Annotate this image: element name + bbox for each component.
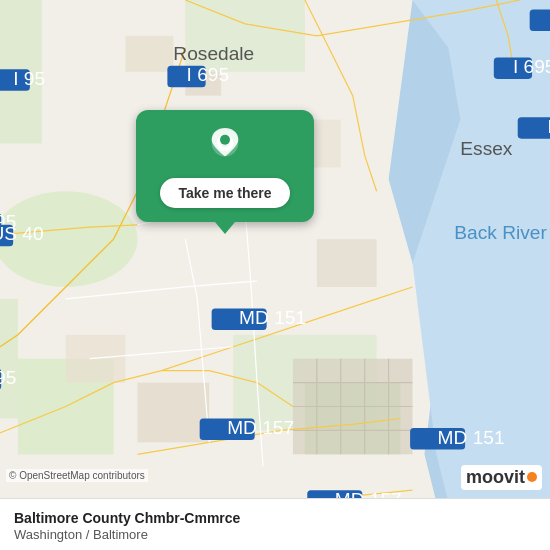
location-pin-icon bbox=[205, 128, 245, 168]
moovit-logo: moovit bbox=[461, 465, 542, 490]
svg-rect-8 bbox=[126, 36, 174, 72]
moovit-dot-icon bbox=[527, 472, 537, 482]
svg-text:MD 157: MD 157 bbox=[227, 417, 294, 438]
popup-pointer bbox=[215, 222, 235, 234]
popup-box: Take me there bbox=[136, 110, 313, 222]
map-attribution: © OpenStreetMap contributors bbox=[6, 469, 148, 482]
svg-rect-13 bbox=[317, 239, 377, 287]
place-sub: Washington / Baltimore bbox=[14, 527, 536, 542]
svg-text:MD 151: MD 151 bbox=[438, 427, 505, 448]
svg-point-52 bbox=[220, 135, 230, 145]
svg-text:Rosedale: Rosedale bbox=[173, 43, 254, 64]
svg-rect-32 bbox=[530, 10, 550, 32]
svg-text:I 95: I 95 bbox=[13, 68, 45, 89]
svg-rect-4 bbox=[0, 299, 18, 419]
svg-text:MD 151: MD 151 bbox=[239, 307, 306, 328]
svg-text:Back River: Back River bbox=[454, 222, 547, 243]
take-me-there-button[interactable]: Take me there bbox=[160, 178, 289, 208]
svg-text:Essex: Essex bbox=[460, 138, 513, 159]
svg-text:US 40: US 40 bbox=[0, 223, 44, 244]
map-popup: Take me there bbox=[130, 110, 320, 234]
svg-text:I 695: I 695 bbox=[513, 56, 550, 77]
place-name: Baltimore County Chmbr-Cmmrce bbox=[14, 509, 536, 527]
map-container: I 95 I 95 I 95 I 695 I 695 MD 7 MD 702 U… bbox=[0, 0, 550, 550]
attribution-text: © OpenStreetMap contributors bbox=[9, 470, 145, 481]
svg-rect-34 bbox=[518, 117, 550, 139]
svg-rect-11 bbox=[138, 383, 210, 443]
bottom-bar: Baltimore County Chmbr-Cmmrce Washington… bbox=[0, 498, 550, 550]
moovit-label: moovit bbox=[466, 467, 525, 488]
svg-text:I 695: I 695 bbox=[187, 64, 230, 85]
svg-text:I 95: I 95 bbox=[0, 367, 16, 388]
